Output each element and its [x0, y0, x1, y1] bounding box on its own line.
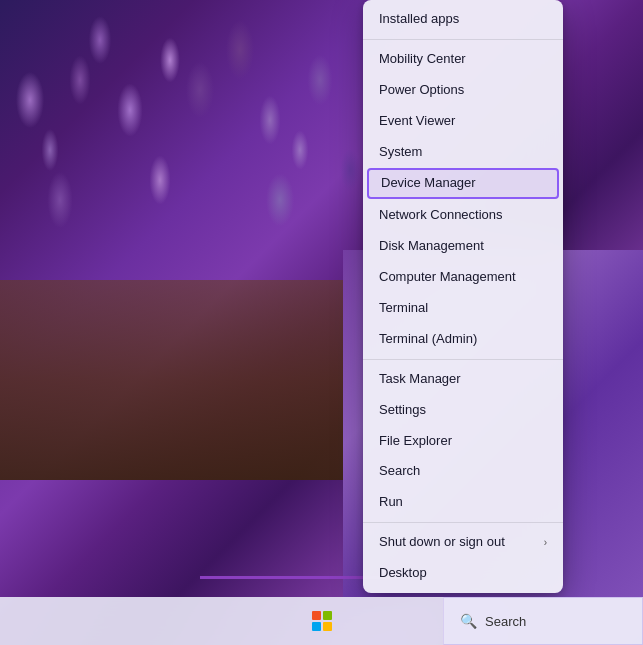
menu-item-computer-management[interactable]: Computer Management — [363, 262, 563, 293]
menu-item-device-manager[interactable]: Device Manager — [367, 168, 559, 199]
menu-item-desktop[interactable]: Desktop — [363, 558, 563, 589]
menu-item-network-connections[interactable]: Network Connections — [363, 200, 563, 231]
taskbar: 🔍 Search — [0, 597, 643, 645]
menu-item-label-power-options: Power Options — [379, 82, 464, 99]
menu-item-shut-down-sign-out[interactable]: Shut down or sign out› — [363, 527, 563, 558]
menu-item-mobility-center[interactable]: Mobility Center — [363, 44, 563, 75]
menu-item-label-system: System — [379, 144, 422, 161]
menu-item-label-device-manager: Device Manager — [381, 175, 476, 192]
menu-item-installed-apps[interactable]: Installed apps — [363, 4, 563, 35]
desktop-earth-tone — [0, 280, 363, 480]
menu-item-search[interactable]: Search — [363, 456, 563, 487]
menu-item-label-mobility-center: Mobility Center — [379, 51, 466, 68]
menu-item-label-shut-down-sign-out: Shut down or sign out — [379, 534, 505, 551]
start-button[interactable] — [302, 601, 342, 641]
menu-item-label-event-viewer: Event Viewer — [379, 113, 455, 130]
menu-item-label-installed-apps: Installed apps — [379, 11, 459, 28]
menu-item-settings[interactable]: Settings — [363, 395, 563, 426]
menu-item-system[interactable]: System — [363, 137, 563, 168]
menu-separator — [363, 359, 563, 360]
menu-item-label-disk-management: Disk Management — [379, 238, 484, 255]
menu-item-label-settings: Settings — [379, 402, 426, 419]
menu-item-run[interactable]: Run — [363, 487, 563, 518]
menu-item-label-search: Search — [379, 463, 420, 480]
search-icon: 🔍 — [460, 613, 477, 629]
menu-item-terminal-admin[interactable]: Terminal (Admin) — [363, 324, 563, 355]
menu-item-disk-management[interactable]: Disk Management — [363, 231, 563, 262]
menu-item-label-terminal: Terminal — [379, 300, 428, 317]
menu-item-event-viewer[interactable]: Event Viewer — [363, 106, 563, 137]
menu-item-power-options[interactable]: Power Options — [363, 75, 563, 106]
menu-item-terminal[interactable]: Terminal — [363, 293, 563, 324]
menu-item-label-task-manager: Task Manager — [379, 371, 461, 388]
windows-logo-icon — [312, 611, 332, 631]
taskbar-center — [302, 601, 342, 641]
menu-item-label-terminal-admin: Terminal (Admin) — [379, 331, 477, 348]
menu-separator — [363, 522, 563, 523]
menu-item-arrow-shut-down-sign-out: › — [544, 536, 547, 549]
taskbar-search-bar[interactable]: 🔍 Search — [443, 597, 643, 645]
taskbar-search-label: Search — [485, 614, 526, 629]
context-menu: Installed appsMobility CenterPower Optio… — [363, 0, 563, 593]
menu-item-label-network-connections: Network Connections — [379, 207, 503, 224]
menu-item-label-computer-management: Computer Management — [379, 269, 516, 286]
menu-separator — [363, 39, 563, 40]
menu-item-file-explorer[interactable]: File Explorer — [363, 426, 563, 457]
menu-item-task-manager[interactable]: Task Manager — [363, 364, 563, 395]
menu-item-label-run: Run — [379, 494, 403, 511]
menu-item-label-desktop: Desktop — [379, 565, 427, 582]
menu-item-label-file-explorer: File Explorer — [379, 433, 452, 450]
